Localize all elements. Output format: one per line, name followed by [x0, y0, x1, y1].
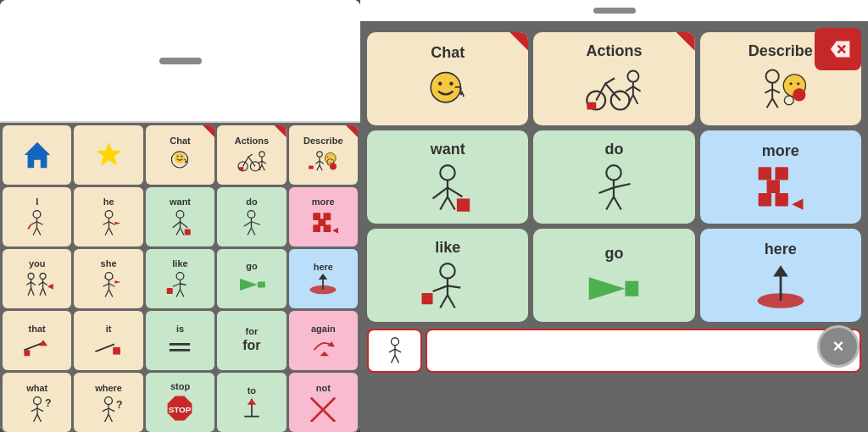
right-top-bar — [360, 0, 868, 21]
cell-that[interactable]: that — [3, 311, 71, 370]
svg-line-50 — [244, 221, 252, 225]
large-go-label: go — [604, 245, 623, 263]
stop-label: stop — [170, 381, 190, 391]
svg-line-32 — [37, 227, 41, 235]
svg-line-38 — [105, 227, 108, 235]
bottom-figure-cell[interactable] — [367, 329, 422, 373]
backspace-button[interactable] — [815, 28, 861, 70]
he-label: he — [103, 197, 114, 207]
right-handle — [593, 8, 636, 14]
svg-rect-58 — [323, 224, 331, 232]
large-cell-more[interactable]: more — [700, 130, 861, 224]
cell-stop[interactable]: stop STOP — [146, 373, 214, 432]
svg-line-186 — [395, 355, 399, 363]
svg-rect-163 — [759, 167, 771, 180]
svg-point-146 — [789, 82, 792, 85]
cell-i[interactable]: I — [3, 187, 71, 246]
large-cell-here[interactable]: here — [700, 229, 861, 322]
more-label: more — [312, 197, 335, 207]
for-text: for — [242, 338, 260, 353]
svg-point-25 — [330, 163, 337, 169]
svg-marker-89 — [240, 279, 258, 291]
svg-line-142 — [772, 89, 780, 92]
large-grid-mid: want do — [367, 130, 861, 224]
large-like-label: like — [435, 239, 460, 257]
svg-text:STOP: STOP — [169, 405, 192, 414]
cell-chat-small[interactable]: Chat — [146, 125, 214, 185]
cell-what[interactable]: what ? — [3, 373, 71, 432]
cell-you[interactable]: you — [3, 249, 71, 308]
svg-line-137 — [633, 94, 637, 103]
large-cell-do[interactable]: do — [533, 130, 694, 224]
svg-marker-176 — [589, 277, 626, 300]
svg-line-173 — [440, 295, 448, 307]
svg-line-115 — [108, 414, 112, 422]
large-cell-want[interactable]: want — [367, 130, 528, 224]
svg-rect-15 — [239, 167, 244, 170]
red-corner — [509, 32, 528, 51]
cell-here[interactable]: here — [289, 249, 358, 308]
cell-star[interactable] — [74, 125, 142, 185]
cell-it[interactable]: it — [74, 311, 142, 370]
left-device: Chat Actions — [0, 0, 360, 432]
cell-want[interactable]: want — [146, 187, 214, 246]
close-button[interactable]: × — [817, 325, 860, 368]
svg-line-171 — [433, 285, 448, 291]
cell-for[interactable]: for for — [217, 311, 286, 370]
svg-marker-59 — [332, 227, 338, 233]
actions-label: Actions — [235, 136, 269, 146]
svg-point-148 — [793, 88, 805, 101]
cell-to[interactable]: to — [217, 373, 286, 432]
svg-rect-165 — [767, 180, 780, 193]
left-top-bar — [0, 0, 360, 123]
svg-line-78 — [108, 283, 114, 286]
svg-line-144 — [772, 98, 778, 108]
svg-line-44 — [180, 221, 187, 227]
svg-line-84 — [173, 283, 181, 286]
to-label: to — [248, 385, 256, 396]
cell-more[interactable]: more — [289, 187, 358, 246]
large-cell-chat[interactable]: Chat — [367, 32, 528, 125]
do-label: do — [246, 197, 257, 207]
svg-point-22 — [326, 152, 337, 163]
svg-line-33 — [28, 224, 31, 229]
cell-not[interactable]: not — [289, 373, 358, 432]
chat-label: Chat — [170, 136, 190, 146]
svg-point-129 — [449, 82, 453, 86]
cell-like[interactable]: like — [146, 249, 214, 308]
svg-point-110 — [105, 397, 113, 405]
svg-point-169 — [440, 263, 454, 278]
cell-again[interactable]: again — [289, 311, 358, 370]
cell-home[interactable] — [3, 125, 71, 185]
svg-line-86 — [176, 289, 180, 296]
svg-line-97 — [95, 344, 114, 352]
cell-where[interactable]: where ? — [74, 373, 142, 432]
large-chat-label: Chat — [431, 44, 465, 62]
svg-line-74 — [104, 277, 108, 280]
cell-actions-small[interactable]: Actions — [217, 125, 286, 185]
svg-marker-81 — [114, 280, 120, 284]
svg-text:?: ? — [116, 399, 123, 411]
svg-point-157 — [607, 165, 621, 180]
i-label: I — [36, 197, 38, 207]
svg-line-30 — [37, 221, 43, 224]
svg-line-39 — [108, 227, 112, 235]
cell-describe-small[interactable]: Describe — [289, 125, 358, 185]
large-cell-go[interactable]: go — [533, 229, 694, 322]
svg-line-108 — [37, 414, 41, 422]
cell-do[interactable]: do — [217, 187, 286, 246]
red-corner — [203, 125, 214, 137]
large-cell-like[interactable]: like — [367, 229, 528, 322]
svg-marker-40 — [114, 221, 120, 224]
svg-rect-177 — [626, 281, 639, 296]
svg-marker-93 — [319, 274, 327, 280]
cell-is[interactable]: is — [146, 311, 214, 370]
svg-line-36 — [103, 221, 108, 224]
cell-go[interactable]: go — [217, 249, 286, 308]
cell-she[interactable]: she — [74, 249, 142, 308]
svg-line-113 — [108, 408, 114, 412]
cell-he[interactable]: he — [74, 187, 142, 246]
svg-point-128 — [438, 82, 442, 86]
large-cell-actions[interactable]: Actions — [533, 32, 694, 125]
svg-marker-168 — [793, 199, 804, 210]
